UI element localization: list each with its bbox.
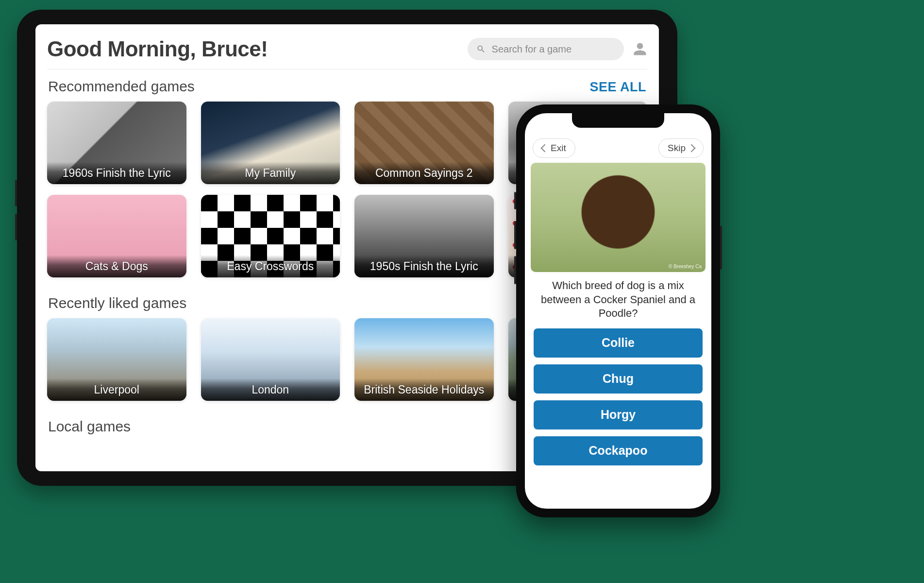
profile-icon[interactable] (633, 42, 647, 56)
chevron-left-icon (541, 144, 549, 153)
exit-label: Exit (551, 143, 566, 154)
card-caption: 1960s Finish the Lyric (47, 162, 186, 184)
card-caption: Liverpool (47, 378, 186, 401)
header-right-group (468, 38, 647, 60)
phone-screen: Exit Skip © Breeshey Ca Which breed of d… (525, 113, 711, 509)
game-card[interactable]: Common Sayings 2 (354, 102, 494, 184)
section-title: Recently liked games (48, 295, 186, 311)
skip-label: Skip (668, 143, 686, 154)
phone-volume-down (514, 256, 516, 284)
quiz-image: © Breeshey Ca (531, 163, 706, 272)
answer-option[interactable]: Cockapoo (534, 436, 703, 465)
game-card[interactable]: Easy Crosswords (201, 195, 340, 277)
tablet-volume-down (15, 214, 17, 240)
search-icon (476, 44, 486, 54)
answer-option[interactable]: Chug (534, 364, 703, 394)
quiz-top-buttons: Exit Skip (531, 138, 706, 163)
card-caption: London (201, 378, 340, 401)
phone-power-button (720, 226, 722, 270)
card-caption: Common Sayings 2 (354, 162, 494, 184)
quiz-answers: Collie Chug Horgy Cockapoo (531, 328, 706, 465)
app-header: Good Morning, Bruce! (47, 33, 647, 69)
game-card[interactable]: 1950s Finish the Lyric (354, 195, 494, 277)
game-card[interactable]: Liverpool (47, 318, 186, 401)
greeting-title: Good Morning, Bruce! (47, 37, 268, 61)
section-title: Recommended games (48, 78, 195, 95)
card-caption: My Family (201, 162, 340, 184)
phone-notch (572, 113, 664, 128)
card-caption: Easy Crosswords (201, 255, 340, 277)
card-caption: British Seaside Holidays (354, 378, 494, 401)
game-card[interactable]: 1960s Finish the Lyric (47, 102, 186, 184)
game-card[interactable]: British Seaside Holidays (354, 318, 494, 401)
game-card[interactable]: Cats & Dogs (47, 195, 186, 277)
section-head-recommended: Recommended games SEE ALL (47, 78, 647, 100)
phone-volume-up (514, 221, 516, 249)
game-card[interactable]: London (201, 318, 340, 401)
chevron-right-icon (688, 144, 696, 153)
answer-option[interactable]: Horgy (534, 400, 703, 429)
phone-device-frame: Exit Skip © Breeshey Ca Which breed of d… (516, 104, 720, 517)
phone-mute-switch (514, 192, 516, 209)
see-all-link[interactable]: SEE ALL (589, 80, 646, 95)
tablet-volume-up (15, 180, 17, 206)
game-card[interactable]: My Family (201, 102, 340, 184)
image-credit: © Breeshey Ca (669, 264, 702, 269)
section-title: Local games (48, 418, 131, 435)
quiz-question: Which breed of dog is a mix between a Co… (531, 272, 706, 328)
exit-button[interactable]: Exit (533, 138, 575, 158)
skip-button[interactable]: Skip (658, 138, 704, 158)
search-input[interactable] (492, 44, 615, 55)
card-caption: Cats & Dogs (47, 255, 186, 277)
answer-option[interactable]: Collie (534, 328, 703, 358)
search-box[interactable] (468, 38, 624, 60)
card-caption: 1950s Finish the Lyric (354, 255, 494, 277)
